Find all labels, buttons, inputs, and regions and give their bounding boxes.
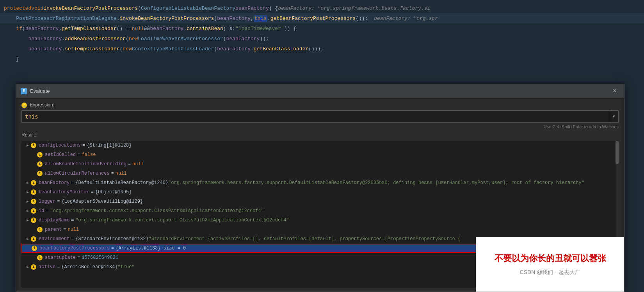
info-icon-logger: i [31,199,36,204]
result-item-setIdCalled[interactable]: i setIdCalled = false [28,150,619,159]
result-item-id[interactable]: i id = "org.springframework.context.supp… [21,206,619,216]
result-scrollbar-thumb[interactable] [616,141,619,164]
code-line-4: beanFactory . addBeanPostProcessor ( new… [0,34,644,44]
result-item-allowCircularReferences[interactable]: i allowCircularReferences = null [28,169,619,178]
info-icon-configLocations: i [31,143,36,148]
code-line-5: beanFactory . setTempClassLoader ( new C… [0,44,644,54]
dialog-title-left: E Evaluate [21,88,50,94]
annotation-main-text: 不要以为你长的丑就可以嚣张 [495,253,606,264]
dialog-title-text: Evaluate [30,88,50,94]
code-line-1: protected void invokeBeanFactoryPostProc… [0,3,644,13]
result-item-configLocations[interactable]: i configLocations = {String[1]@1128} [21,141,619,150]
result-item-beanFactory[interactable]: i beanFactory = {DefaultListableBeanFact… [21,178,619,188]
evaluate-dialog: E Evaluate × 💡 Expression: ▼ Use Ctrl+Sh… [16,84,624,292]
result-item-beanFactoryMonitor[interactable]: i beanFactoryMonitor = {Object@1095} [21,188,619,197]
info-icon-bfMonitor: i [31,189,36,195]
info-icon-parent: i [37,227,43,232]
expand-arrow-environment[interactable] [25,236,31,242]
expand-arrow-configLocations[interactable] [25,142,31,149]
expression-expand-button[interactable]: ▼ [609,111,618,122]
fn-invoke: invokeBeanFactoryPostProcessors [43,5,138,11]
info-icon-beanFactory: i [31,180,36,186]
code-line-2: PostProcessorRegistrationDelegate . invo… [0,13,644,23]
result-item-allowBeanDefinitionOverriding[interactable]: i allowBeanDefinitionOverriding = null [28,159,619,169]
expression-hint-icon: 💡 [21,103,27,108]
info-icon-active: i [31,264,36,270]
keyword-protected: protected [4,5,31,11]
result-item-parent[interactable]: i parent = null [28,225,619,234]
info-icon-startupDate: i [37,255,43,260]
result-item-displayName[interactable]: i displayName = "org.springframework.con… [21,216,619,225]
keyword-this: this [254,15,267,22]
expand-arrow-logger[interactable] [25,198,31,205]
code-editor: protected void invokeBeanFactoryPostProc… [0,0,644,84]
evaluate-icon: E [21,88,27,94]
info-icon-id: i [31,208,36,214]
info-icon-displayName: i [31,218,36,223]
info-icon-setIdCalled: i [37,152,43,158]
expression-input[interactable] [22,111,609,122]
field-name-configLocations: configLocations [39,143,81,148]
expression-label: 💡 Expression: [21,102,619,108]
watches-hint: Use Ctrl+Shift+Enter to add to Watches [21,124,619,129]
dialog-titlebar: E Evaluate × [16,84,624,98]
result-item-logger[interactable]: i logger = {LogAdapter$JavaUtilLog@1129} [21,197,619,206]
expand-arrow-active[interactable] [25,264,31,270]
close-button[interactable]: × [610,87,619,96]
expand-arrow-beanFactory[interactable] [25,180,31,186]
result-label: Result: [21,132,619,138]
code-line-6: } [0,54,644,64]
info-icon-allowCR: i [37,171,43,176]
expand-arrow-id[interactable] [25,208,31,214]
keyword-void: void [31,5,43,11]
info-icon-bfpp: i [32,246,37,251]
code-line-3: if ( beanFactory . getTempClassLoader ()… [0,23,644,34]
annotation-sub-text: CSDN @我们一起去大厂 [520,269,581,276]
info-icon-environment: i [31,236,36,242]
info-icon-allowBDO: i [37,161,43,167]
expand-arrow-bfMonitor[interactable] [25,189,31,195]
expression-input-wrapper: ▼ [21,110,619,123]
annotation-box: 不要以为你长的丑就可以嚣张 CSDN @我们一起去大厂 [476,237,624,292]
expand-arrow-displayName[interactable] [25,217,31,223]
